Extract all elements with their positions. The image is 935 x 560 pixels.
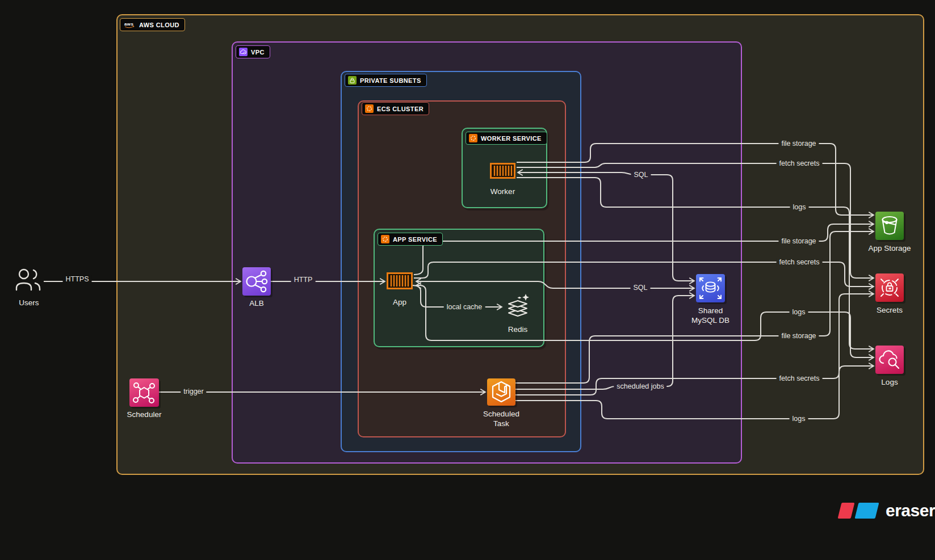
alb-icon[interactable]	[242, 267, 271, 296]
chip-private-subnets[interactable]: PRIVATE SUBNETS	[345, 74, 427, 87]
chip-vpc[interactable]: VPC	[236, 45, 270, 58]
edge-task-logs[interactable]	[515, 366, 874, 419]
edge-app-mysql[interactable]	[416, 281, 694, 288]
app-label: App	[393, 297, 406, 307]
edge-app-logs[interactable]	[416, 285, 874, 357]
eraser-logo-blue-shape	[855, 503, 879, 519]
edge-worker-mysql[interactable]	[518, 172, 694, 281]
users-label: Users	[19, 298, 39, 308]
ecs-service-icon	[469, 134, 477, 142]
edge-label-worker-fetch-secrets: fetch secrets	[777, 159, 823, 167]
app-storage-label: App Storage	[868, 243, 911, 253]
ecs-service-icon	[381, 235, 389, 243]
redis-label: Redis	[508, 325, 528, 334]
chip-aws-cloud[interactable]: aws AWS CLOUD	[120, 18, 185, 31]
edge-task-mysql[interactable]	[515, 296, 694, 389]
edge-label-app-file-storage: file storage	[778, 237, 819, 245]
chip-private-subnets-label: PRIVATE SUBNETS	[360, 77, 421, 84]
edge-label-task-logs: logs	[790, 415, 808, 423]
worker-container-icon[interactable]	[490, 163, 515, 181]
edge-label-app-fetch-secrets: fetch secrets	[777, 258, 823, 266]
edge-label-app-logs: logs	[790, 308, 808, 316]
edge-label-app-sql: SQL	[630, 284, 650, 292]
eraser-logo[interactable]: eraser	[840, 503, 935, 519]
edge-label-local-cache: local cache	[444, 303, 485, 311]
users-icon[interactable]	[14, 268, 44, 298]
worker-label: Worker	[490, 187, 515, 196]
chip-ecs-cluster[interactable]: ECS CLUSTER	[362, 102, 429, 115]
secrets-label: Secrets	[877, 305, 903, 315]
chip-worker-service[interactable]: WORKER SERVICE	[466, 132, 547, 145]
edge-worker-storage[interactable]	[517, 144, 874, 215]
logs-label: Logs	[881, 377, 898, 387]
edge-label-https: HTTPS	[63, 275, 92, 283]
svg-text:aws: aws	[124, 22, 133, 27]
app-container-icon[interactable]	[387, 272, 413, 292]
vpc-icon	[239, 48, 248, 56]
eraser-wordmark: eraser	[886, 503, 935, 519]
eraser-logo-red-shape	[838, 503, 855, 519]
aws-logo-icon: aws	[123, 20, 136, 29]
chip-app-service[interactable]: APP SERVICE	[378, 233, 443, 246]
edge-label-task-file-storage: file storage	[778, 332, 819, 340]
app-storage-icon[interactable]	[875, 212, 904, 240]
scheduler-label: Scheduler	[127, 410, 162, 419]
edge-label-task-fetch-secrets: fetch secrets	[777, 374, 823, 382]
logs-icon[interactable]	[875, 346, 904, 374]
alb-label: ALB	[249, 298, 264, 308]
subnet-lock-icon	[348, 76, 357, 85]
edge-label-worker-file-storage: file storage	[778, 140, 819, 148]
edge-label-scheduled-jobs: scheduled jobs	[614, 382, 666, 390]
edge-label-http: HTTP	[291, 276, 316, 284]
ecs-icon	[365, 104, 374, 113]
diagram-canvas: aws AWS CLOUD VPC PRIVATE SUBNETS ECS CL…	[0, 0, 935, 560]
edge-label-trigger: trigger	[181, 388, 206, 395]
shared-mysql-db-icon[interactable]	[696, 274, 725, 302]
chip-worker-service-label: WORKER SERVICE	[481, 135, 542, 142]
secrets-icon[interactable]	[875, 273, 904, 302]
scheduled-task-label: Scheduled Task	[479, 409, 524, 428]
redis-icon[interactable]	[504, 293, 531, 322]
edge-label-worker-sql: SQL	[631, 171, 651, 179]
chip-ecs-cluster-label: ECS CLUSTER	[377, 106, 424, 112]
chip-vpc-label: VPC	[251, 49, 265, 56]
scheduler-icon[interactable]	[129, 378, 159, 407]
chip-aws-cloud-label: AWS CLOUD	[139, 22, 179, 28]
scheduled-task-icon[interactable]	[487, 378, 515, 406]
edge-label-worker-logs: logs	[790, 203, 809, 211]
shared-mysql-db-label: Shared MySQL DB	[690, 306, 732, 325]
edge-app-storage[interactable]	[414, 224, 874, 275]
chip-app-service-label: APP SERVICE	[393, 236, 437, 243]
